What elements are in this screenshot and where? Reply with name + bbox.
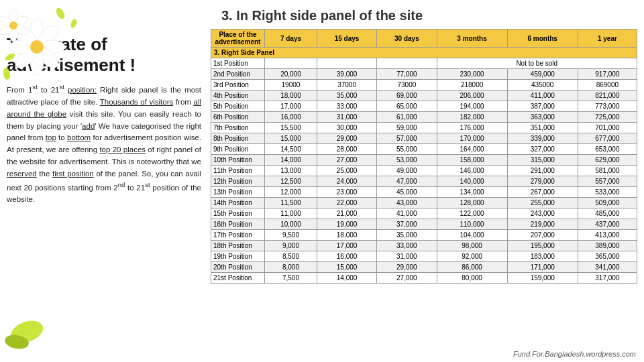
table-row: 13th Position12,00023,00045,000134,00026… <box>211 187 637 198</box>
col-header-15d: 15 days <box>317 29 376 48</box>
col-header-6m: 6 months <box>507 29 578 48</box>
table-row: 16th Position10,00019,00037,000110,00021… <box>211 219 637 230</box>
col-header-place: Place of the advertisement <box>211 29 265 48</box>
table-row: 17th Position9,50018,00035,000104,000207… <box>211 230 637 241</box>
table-section-row: 3. Right Side Panel <box>211 48 637 58</box>
col-header-3m: 3 months <box>437 29 507 48</box>
table-row: 10th Position14,00027,00053,000158,00031… <box>211 155 637 166</box>
table-header-row: Place of the advertisement 7 days 15 day… <box>211 29 637 48</box>
table-row: 9th Position14,50028,00055,000164,000327… <box>211 144 637 155</box>
svg-point-9 <box>54 7 66 21</box>
svg-point-19 <box>9 21 17 29</box>
table-row: 3rd Position1900037000730002180004350008… <box>211 80 637 90</box>
page-title: 3. In Right side panel of the site <box>0 0 644 29</box>
col-header-1y: 1 year <box>578 29 637 48</box>
table-row: 1st PositionNot to be sold <box>211 58 637 69</box>
section-label: 3. Right Side Panel <box>211 48 637 58</box>
table-row: 2nd Position20,00039,00077,000230,000459… <box>211 69 637 80</box>
table-row: 7th Position15,50030,00059,000176,000351… <box>211 123 637 133</box>
table-row: 6th Position16,00031,00061,000182,000363… <box>211 112 637 123</box>
col-header-30d: 30 days <box>377 29 437 48</box>
right-panel: Place of the advertisement 7 days 15 day… <box>211 29 637 284</box>
left-body-text: From 1st to 21st position: Right side pa… <box>7 82 201 206</box>
table-row: 4th Position18,00035,00069,000206,000411… <box>211 90 637 101</box>
table-row: 11th Position13,00025,00049,000146,00029… <box>211 166 637 176</box>
svg-point-8 <box>30 40 44 54</box>
svg-point-11 <box>4 52 16 62</box>
table-row: 18th Position9,00017,00033,00098,000195,… <box>211 241 637 251</box>
svg-point-10 <box>70 18 78 29</box>
table-row: 14th Position11,50022,00043,000128,00025… <box>211 198 637 208</box>
svg-point-12 <box>3 67 11 80</box>
tariff-table: Place of the advertisement 7 days 15 day… <box>211 29 637 284</box>
table-row: 8th Position15,00029,00057,000170,000339… <box>211 133 637 144</box>
table-row: 12th Position12,50024,00047,000140,00027… <box>211 176 637 187</box>
leaf-decoration-bl <box>3 312 50 352</box>
flower-decoration-tl <box>0 0 87 87</box>
table-row: 20th Position8,00015,00029,00086,000171,… <box>211 262 637 273</box>
table-row: 15th Position11,00021,00041,000122,00024… <box>211 208 637 219</box>
col-header-7d: 7 days <box>265 29 317 48</box>
table-row: 5th Position17,00033,00065,000194,000387… <box>211 101 637 112</box>
table-row: 21st Position7,50014,00027,00080,000159,… <box>211 273 637 284</box>
footer-text: Fund.For.Bangladesh.wordpress.com <box>513 350 636 358</box>
table-row: 19th Position8,50016,00031,00092,000183,… <box>211 251 637 262</box>
